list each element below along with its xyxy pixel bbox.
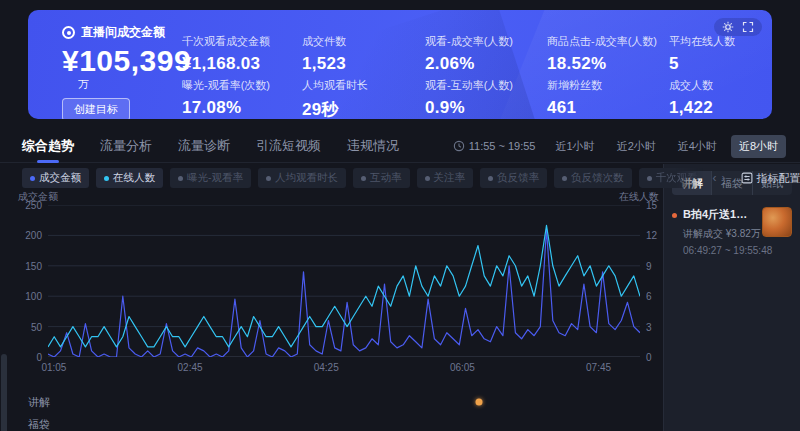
chip-online-users[interactable]: 在线人数: [96, 168, 163, 188]
range-button-1h[interactable]: 近1小时: [548, 135, 603, 158]
metric-label: 曝光-观看率(次数): [182, 78, 312, 93]
clock-icon: [453, 140, 465, 152]
chip-label: 负反馈次数: [571, 171, 624, 185]
sliders-icon: [741, 172, 753, 184]
metric-value: 18.52%: [547, 54, 687, 74]
primary-kpi-unit: 万: [78, 77, 191, 92]
chip-follow-rate[interactable]: 关注率: [417, 168, 474, 188]
y-tick-left: 200: [25, 230, 42, 241]
metric-value: 461: [547, 98, 677, 118]
metric-value: 29秒: [302, 98, 432, 119]
chip-dot: [361, 176, 366, 181]
metric-cell: 千次观看成交金额 ¥1,168.03: [182, 34, 312, 74]
metric-cell: 平均在线人数 5: [669, 34, 764, 74]
lucky-bag-marker-track[interactable]: [48, 414, 663, 431]
chip-label: 曝光-观看率: [187, 171, 243, 185]
metric-label: 成交件数: [302, 34, 432, 49]
chevron-right-icon[interactable]: ›: [722, 171, 726, 185]
metric-label: 新增粉丝数: [547, 78, 677, 93]
chip-label: 人均观看时长: [275, 171, 338, 185]
y-tick-right: 9: [646, 260, 652, 271]
y-tick-right: 6: [646, 291, 652, 302]
time-range-controls: 11:55 ~ 19:55 近1小时 近2小时 近4小时 近8小时: [453, 135, 786, 158]
chip-label: 成交金额: [39, 171, 81, 185]
metric-label: 观看-成交率(人数): [425, 34, 555, 49]
metric-cell: 成交人数 1,422: [669, 78, 764, 118]
metric-value: 17.08%: [182, 98, 312, 118]
chip-dot: [647, 176, 652, 181]
live-room-icon: [62, 26, 75, 39]
chip-dot: [488, 176, 493, 181]
chip-dot: [30, 176, 35, 181]
y-tick-left: 100: [25, 291, 42, 302]
metric-config-button[interactable]: 指标配置: [741, 171, 800, 186]
y-tick-right: 12: [646, 230, 657, 241]
chip-interaction-rate[interactable]: 互动率: [353, 168, 410, 188]
trend-chart[interactable]: 250 200 150 100 50 0 15 12 9 6 3 0: [48, 205, 640, 357]
chip-label: 关注率: [434, 171, 466, 185]
primary-kpi: 直播间成交金额 ¥105,399 万 创建目标: [62, 24, 191, 119]
marker-row-label: 福袋: [0, 417, 48, 431]
metric-cell: 成交件数 1,523: [302, 34, 432, 74]
chip-exposure-view-rate[interactable]: 曝光-观看率: [170, 168, 251, 188]
metric-cell: 新增粉丝数 461: [547, 78, 677, 118]
tab-overall-trend[interactable]: 综合趋势: [22, 137, 74, 155]
banner-corner-actions: [714, 18, 762, 36]
primary-kpi-label: 直播间成交金额: [81, 24, 165, 41]
chevron-left-icon[interactable]: ‹: [713, 171, 717, 185]
item-time-range: 06:49:27 ~ 19:55:48: [683, 245, 756, 256]
y-tick-left: 0: [36, 352, 42, 363]
explain-marker-dot[interactable]: [475, 399, 482, 406]
y-tick-left: 150: [25, 260, 42, 271]
marker-row-label: 讲解: [0, 395, 48, 410]
explain-marker-track[interactable]: [48, 392, 663, 412]
item-title: B拍4斤送1斤共35-4...: [683, 207, 756, 222]
metric-config-label: 指标配置: [757, 171, 800, 186]
range-button-4h[interactable]: 近4小时: [670, 135, 725, 158]
metric-label: 平均在线人数: [669, 34, 764, 49]
y-tick-left: 250: [25, 200, 42, 211]
lower-section: 成交金额 在线人数 曝光-观看率 人均观看时长 互动率 关注率 负反馈率 负反馈…: [0, 164, 800, 431]
chip-label: 互动率: [370, 171, 402, 185]
tab-traffic-diagnosis[interactable]: 流量诊断: [178, 137, 230, 155]
time-range-text: 11:55 ~ 19:55: [469, 140, 536, 152]
metric-label: 成交人数: [669, 78, 764, 93]
x-tick: 07:45: [586, 362, 611, 373]
x-tick: 01:05: [41, 362, 66, 373]
x-tick: 02:45: [178, 362, 203, 373]
chip-negative-feedback-count[interactable]: 负反馈次数: [554, 168, 632, 188]
side-panel: 讲解 福袋 贴纸 B拍4斤送1斤共35-4... 讲解成交 ¥3.82万 06:…: [663, 164, 800, 431]
range-button-2h[interactable]: 近2小时: [609, 135, 664, 158]
tab-traffic-analysis[interactable]: 流量分析: [100, 137, 152, 155]
chip-avg-watch-time[interactable]: 人均观看时长: [258, 168, 346, 188]
gear-icon[interactable]: [722, 21, 734, 33]
tab-violations[interactable]: 违规情况: [347, 137, 399, 155]
item-body: B拍4斤送1斤共35-4... 讲解成交 ¥3.82万 06:49:27 ~ 1…: [683, 207, 756, 256]
chart-column: 成交金额 在线人数 曝光-观看率 人均观看时长 互动率 关注率 负反馈率 负反馈…: [0, 164, 663, 431]
chip-negative-feedback-rate[interactable]: 负反馈率: [480, 168, 547, 188]
y-tick-left: 50: [31, 321, 42, 332]
create-goal-button[interactable]: 创建目标: [62, 98, 130, 119]
metric-cell: 观看-成交率(人数) 2.06%: [425, 34, 555, 74]
explain-list-item[interactable]: B拍4斤送1斤共35-4... 讲解成交 ¥3.82万 06:49:27 ~ 1…: [672, 207, 792, 256]
metric-cell: 商品点击-成交率(人数) 18.52%: [547, 34, 687, 74]
y-tick-right: 3: [646, 321, 652, 332]
explain-marker-row: 讲解: [0, 392, 663, 412]
chip-per-thousand-views[interactable]: 千次观看: [639, 168, 706, 188]
chip-label: 负反馈率: [497, 171, 539, 185]
item-bullet-icon: [672, 213, 677, 218]
metric-label: 观看-互动率(人数): [425, 78, 555, 93]
metric-label: 人均观看时长: [302, 78, 432, 93]
range-button-8h[interactable]: 近8小时: [731, 135, 786, 158]
left-scrollbar[interactable]: [1, 354, 7, 431]
primary-kpi-amount: ¥105,399: [62, 45, 191, 77]
lucky-bag-marker-row: 福袋: [0, 414, 663, 431]
chip-gmv[interactable]: 成交金额: [22, 168, 89, 188]
x-axis-ticks: 01:05 02:45 04:25 06:05 07:45: [48, 362, 640, 374]
metric-value: 1,523: [302, 54, 432, 74]
chip-pagination: ‹ ›: [713, 171, 726, 185]
expand-icon[interactable]: [742, 21, 754, 33]
x-tick: 04:25: [314, 362, 339, 373]
y-tick-right: 0: [646, 352, 652, 363]
tab-short-video[interactable]: 引流短视频: [256, 137, 321, 155]
